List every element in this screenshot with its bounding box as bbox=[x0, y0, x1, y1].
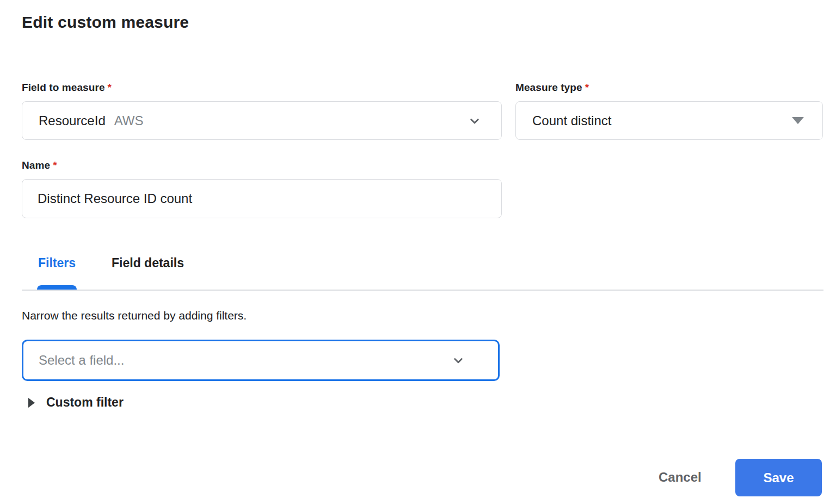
save-button[interactable]: Save bbox=[735, 459, 822, 496]
active-tab-indicator bbox=[37, 285, 77, 290]
field-to-measure-value-suffix: AWS bbox=[114, 113, 144, 128]
name-input[interactable] bbox=[22, 179, 502, 218]
field-to-measure-label-text: Field to measure bbox=[22, 82, 105, 93]
tab-filters[interactable]: Filters bbox=[38, 255, 76, 290]
filters-description: Narrow the results returned by adding fi… bbox=[22, 309, 247, 322]
triangle-down-icon bbox=[792, 117, 804, 124]
chevron-down-icon bbox=[450, 352, 466, 368]
tab-field-details-label: Field details bbox=[112, 256, 184, 271]
tab-bar: Filters Field details bbox=[22, 255, 823, 291]
cancel-button[interactable]: Cancel bbox=[651, 465, 709, 489]
measure-type-select[interactable]: Count distinct bbox=[515, 101, 823, 140]
custom-filter-expander[interactable]: Custom filter bbox=[28, 395, 124, 410]
tab-filters-label: Filters bbox=[38, 256, 76, 271]
measure-type-group: Measure type* Count distinct bbox=[515, 82, 823, 140]
field-to-measure-label: Field to measure* bbox=[22, 82, 112, 93]
measure-type-label: Measure type* bbox=[515, 82, 589, 93]
required-asterisk: * bbox=[108, 82, 112, 93]
name-label: Name* bbox=[22, 159, 57, 171]
page-title: Edit custom measure bbox=[22, 13, 189, 32]
name-label-text: Name bbox=[22, 159, 50, 171]
required-asterisk: * bbox=[53, 159, 57, 171]
field-to-measure-value: ResourceId bbox=[39, 113, 106, 128]
field-to-measure-group: Field to measure* ResourceId AWS bbox=[22, 82, 502, 140]
name-group: Name* bbox=[22, 159, 502, 218]
measure-type-label-text: Measure type bbox=[515, 82, 582, 93]
chevron-down-icon bbox=[466, 113, 483, 129]
field-to-measure-select[interactable]: ResourceId AWS bbox=[22, 101, 502, 140]
required-asterisk: * bbox=[585, 82, 589, 93]
filter-field-select[interactable]: Select a field... bbox=[22, 340, 500, 381]
measure-type-value: Count distinct bbox=[532, 113, 611, 128]
tab-field-details[interactable]: Field details bbox=[112, 255, 184, 290]
triangle-right-icon bbox=[28, 398, 35, 408]
custom-filter-label: Custom filter bbox=[46, 395, 124, 410]
filter-field-select-placeholder: Select a field... bbox=[39, 353, 124, 368]
